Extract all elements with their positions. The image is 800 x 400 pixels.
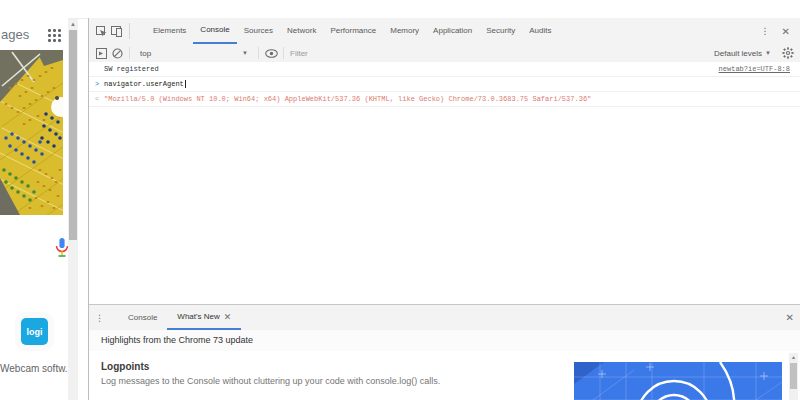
eye-icon[interactable] xyxy=(263,45,279,61)
close-drawer-icon[interactable]: ✕ xyxy=(780,312,800,323)
inspect-element-icon[interactable] xyxy=(93,23,109,39)
drawer-tabbar: ⋮ Console What's New ✕ ✕ xyxy=(89,305,800,331)
logitech-logo-text: logi xyxy=(27,327,43,337)
drawer-more-options-icon[interactable]: ⋮ xyxy=(89,313,110,323)
close-devtools-icon[interactable]: ✕ xyxy=(776,26,796,37)
apps-grid-icon[interactable] xyxy=(48,29,62,43)
drawer-tab-console[interactable]: Console xyxy=(118,305,167,330)
device-toolbar-icon[interactable] xyxy=(109,23,125,39)
background-page: ages xyxy=(0,0,68,400)
filter-input[interactable] xyxy=(288,48,714,59)
page-scrollbar[interactable]: ▲ xyxy=(68,19,78,400)
more-options-icon[interactable]: ⋮ xyxy=(755,26,776,36)
context-selector[interactable]: top ▼ xyxy=(134,46,254,60)
article-description: Log messages to the Console without clut… xyxy=(101,376,440,386)
divider xyxy=(129,47,130,59)
console-result-text: "Mozilla/5.0 (Windows NT 10.0; Win64; x6… xyxy=(104,95,591,103)
filter-field[interactable] xyxy=(288,44,714,62)
close-tab-icon[interactable]: ✕ xyxy=(224,306,232,328)
gear-icon[interactable] xyxy=(780,45,796,61)
console-messages[interactable]: SW registered newtab?ie=UTF-8:8 > naviga… xyxy=(89,62,800,305)
devtools-tabbar: Elements Console Sources Network Perform… xyxy=(89,18,800,45)
page-scrollbar-thumb[interactable] xyxy=(69,30,77,240)
console-toolbar: top ▼ Default levels ▼ xyxy=(89,44,800,63)
return-arrow-icon: < xyxy=(95,95,99,103)
log-levels-dropdown[interactable]: Default levels ▼ xyxy=(714,49,780,58)
chevron-down-icon: ▼ xyxy=(765,50,771,56)
tab-audits[interactable]: Audits xyxy=(522,18,558,44)
console-log-text: SW registered xyxy=(104,65,159,73)
tabbar-right-controls: ⋮ ✕ xyxy=(755,26,800,37)
search-result-image[interactable] xyxy=(0,50,63,215)
devtools-panel: Elements Console Sources Network Perform… xyxy=(88,18,800,400)
tab-network[interactable]: Network xyxy=(280,18,323,44)
drawer-tab-whats-new-label: What's New xyxy=(177,306,219,328)
console-log-row: SW registered newtab?ie=UTF-8:8 xyxy=(89,62,800,77)
tab-performance[interactable]: Performance xyxy=(323,18,383,44)
log-levels-label: Default levels xyxy=(714,49,762,58)
screen: ages xyxy=(0,0,800,400)
divider xyxy=(283,47,284,59)
article-illustration xyxy=(574,362,782,400)
chevron-down-icon: ▼ xyxy=(242,50,248,56)
tab-memory[interactable]: Memory xyxy=(383,18,426,44)
tab-elements[interactable]: Elements xyxy=(146,18,193,44)
tab-application[interactable]: Application xyxy=(426,18,479,44)
divider xyxy=(129,23,130,39)
console-result-row: < "Mozilla/5.0 (Windows NT 10.0; Win64; … xyxy=(89,92,800,107)
drawer-tab-console-label: Console xyxy=(128,306,157,330)
drawer-tab-whats-new[interactable]: What's New ✕ xyxy=(167,305,241,330)
whats-new-content: Logpoints Log messages to the Console wi… xyxy=(89,351,800,400)
console-sidebar-icon[interactable] xyxy=(93,45,109,61)
highlights-header: Highlights from the Chrome 73 update xyxy=(89,330,800,352)
prompt-chevron-icon: > xyxy=(95,80,99,88)
scroll-up-icon[interactable]: ▲ xyxy=(68,19,78,29)
tab-security[interactable]: Security xyxy=(479,18,522,44)
clear-console-icon[interactable] xyxy=(109,45,125,61)
logitech-logo[interactable]: logi xyxy=(21,318,48,345)
divider xyxy=(258,47,259,59)
text-cursor xyxy=(185,80,186,88)
drawer-tabs: Console What's New ✕ xyxy=(118,305,241,330)
page-header-text[interactable]: ages xyxy=(1,27,29,42)
tab-sources[interactable]: Sources xyxy=(237,18,280,44)
devtools-tabs: Elements Console Sources Network Perform… xyxy=(146,18,558,44)
whats-new-scrollbar[interactable]: ▲ xyxy=(789,353,798,400)
whats-new-scrollbar-thumb[interactable] xyxy=(790,363,797,389)
context-selector-value: top xyxy=(140,49,151,58)
article-title[interactable]: Logpoints xyxy=(101,361,149,372)
scroll-up-icon[interactable]: ▲ xyxy=(789,353,798,362)
tab-console[interactable]: Console xyxy=(193,18,236,44)
devtools-drawer: ⋮ Console What's New ✕ ✕ Highlights from… xyxy=(89,304,800,400)
console-command-text: navigator.userAgent xyxy=(104,80,184,88)
console-source-link[interactable]: newtab?ie=UTF-8:8 xyxy=(719,65,790,73)
console-command-row[interactable]: > navigator.userAgent xyxy=(89,77,800,92)
result-caption[interactable]: Webcam softw... xyxy=(0,363,70,374)
